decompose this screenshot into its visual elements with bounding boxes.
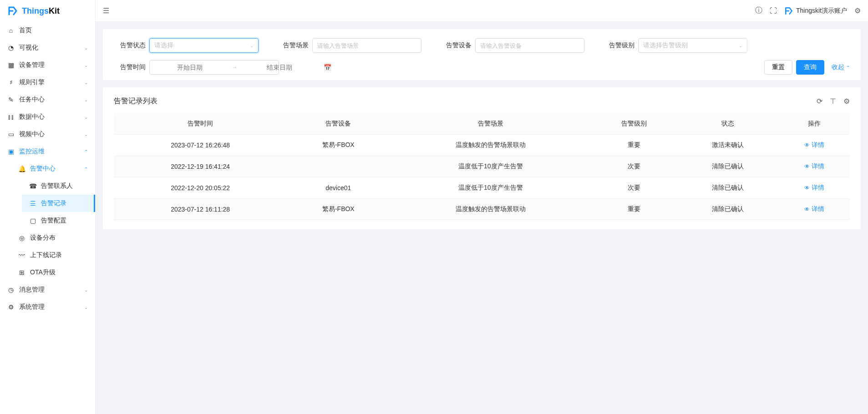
detail-link[interactable]: 👁 详情: [804, 141, 824, 149]
topbar: ☰ ⓘ ⛶ Thingskit演示账户 ⚙: [96, 0, 868, 22]
filter-level-label: 告警级别: [603, 41, 635, 50]
date-separator: →: [229, 64, 239, 71]
filter-time-label: 告警时间: [114, 63, 146, 71]
table-column-header: 状态: [677, 113, 779, 135]
table-cell: 繁易-FBOX: [287, 199, 390, 220]
table-row: 2022-12-20 20:05:22device01温度低于10度产生告警次要…: [114, 177, 850, 199]
chevron-down-icon: ⌄: [84, 45, 88, 50]
user-logo-icon: [784, 6, 793, 15]
detail-link[interactable]: 👁 详情: [804, 184, 824, 192]
filter-device-input[interactable]: [475, 38, 584, 53]
table-row: 2022-12-19 16:41:24温度低于10度产生告警次要清除已确认👁 详…: [114, 156, 850, 177]
filter-level-select[interactable]: 请选择告警级别 ⌄: [638, 38, 747, 53]
sidebar-item-visual[interactable]: ◔ 可视化 ⌄: [0, 39, 95, 56]
user-menu[interactable]: Thingskit演示账户: [784, 6, 847, 15]
detail-link[interactable]: 👁 详情: [804, 162, 824, 171]
sidebar-item-monitor[interactable]: ▣ 监控运维 ⌃: [0, 143, 95, 160]
table-cell: 清除已确认: [677, 199, 779, 220]
eye-icon: 👁: [804, 206, 810, 212]
table-column-header: 告警时间: [114, 113, 287, 135]
table-column-header: 告警设备: [287, 113, 390, 135]
bell-icon: 🔔: [18, 165, 25, 172]
settings-icon[interactable]: ⚙: [854, 6, 861, 15]
table-row: 2023-07-12 16:11:28繁易-FBOX温度触发的告警场景联动重要清…: [114, 199, 850, 220]
table-cell: 2023-07-12 16:11:28: [114, 199, 287, 220]
fullscreen-icon[interactable]: ⛶: [770, 7, 777, 15]
query-button[interactable]: 查询: [796, 60, 824, 75]
table-column-header: 告警场景: [390, 113, 591, 135]
sidebar-item-device-dist[interactable]: ◎ 设备分布: [11, 229, 95, 247]
sidebar-item-data[interactable]: ⫿⫿ 数据中心 ⌄: [0, 108, 95, 126]
reset-button[interactable]: 重置: [764, 60, 792, 75]
table-cell: 清除已确认: [677, 177, 779, 199]
sidebar-item-alarm-center[interactable]: 🔔 告警中心 ⌃: [11, 160, 95, 177]
location-icon: ◎: [18, 234, 25, 242]
chevron-down-icon: ⌄: [84, 288, 88, 293]
sidebar-item-message[interactable]: ◷ 消息管理 ⌄: [0, 281, 95, 298]
gear-icon: ⚙: [7, 303, 15, 311]
column-settings-icon[interactable]: ⚙: [843, 97, 850, 106]
chevron-down-icon: ⌄: [84, 97, 88, 102]
filter-status-select[interactable]: 请选择 ⌄: [149, 38, 259, 53]
sidebar-item-home[interactable]: ⌂ 首页: [0, 22, 95, 39]
message-icon: ◷: [7, 286, 15, 293]
table-cell: 次要: [591, 177, 677, 199]
chevron-down-icon: ⌄: [84, 115, 88, 120]
sidebar-item-alarm-contacts[interactable]: ☎ 告警联系人: [22, 177, 95, 195]
table-panel: 告警记录列表 ⟳ ⊤ ⚙ 告警时间告警设备告警场景告警级别状态操作 2023-0…: [103, 87, 861, 229]
table-cell: 重要: [591, 199, 677, 220]
calendar-icon: 📅: [319, 64, 336, 71]
table-title: 告警记录列表: [114, 96, 157, 106]
help-icon[interactable]: ⓘ: [755, 6, 762, 15]
collapse-filters-link[interactable]: 收起 ⌃: [832, 63, 850, 71]
chevron-down-icon: ⌄: [84, 132, 88, 137]
logo-text: ThingsKit: [22, 6, 60, 16]
table-cell-action: 👁 详情: [779, 156, 850, 177]
sidebar-item-rule[interactable]: ♯ 规则引擎 ⌄: [0, 74, 95, 91]
table-cell: 重要: [591, 135, 677, 156]
eye-icon: 👁: [804, 163, 810, 170]
sidebar-item-alarm-records[interactable]: ☰ 告警记录: [22, 195, 95, 212]
config-icon: ▢: [29, 217, 36, 224]
chevron-down-icon: ⌄: [84, 63, 88, 68]
monitor-icon: ▣: [7, 148, 15, 155]
sidebar-item-video[interactable]: ▭ 视频中心 ⌄: [0, 126, 95, 143]
records-icon: ☰: [29, 200, 36, 207]
start-date-input[interactable]: [150, 64, 229, 71]
chevron-up-icon: ⌃: [84, 167, 88, 172]
table-column-header: 告警级别: [591, 113, 677, 135]
logo[interactable]: ThingsKit: [0, 0, 95, 22]
chevron-down-icon: ⌄: [84, 80, 88, 85]
table-cell: 温度触发的告警场景联动: [390, 135, 591, 156]
contacts-icon: ☎: [29, 182, 36, 190]
filter-scene-label: 告警场景: [277, 41, 309, 50]
refresh-icon[interactable]: ⟳: [817, 97, 822, 106]
sidebar-item-system[interactable]: ⚙ 系统管理 ⌄: [0, 298, 95, 316]
sidebar-item-ota[interactable]: ⊞ OTA升级: [11, 264, 95, 281]
table-cell: 2022-12-20 20:05:22: [114, 177, 287, 199]
sidebar-collapse-button[interactable]: ☰: [103, 6, 109, 15]
table-cell: 温度触发的告警场景联动: [390, 199, 591, 220]
end-date-input[interactable]: [239, 64, 319, 71]
home-icon: ⌂: [7, 27, 15, 34]
density-icon[interactable]: ⊤: [830, 97, 836, 106]
alarm-table: 告警时间告警设备告警场景告警级别状态操作 2023-07-12 16:26:48…: [114, 113, 850, 220]
filter-scene-input[interactable]: [312, 38, 421, 53]
table-column-header: 操作: [779, 113, 850, 135]
filter-date-range[interactable]: → 📅: [149, 60, 279, 75]
table-cell: 温度低于10度产生告警: [390, 177, 591, 199]
table-cell: 繁易-FBOX: [287, 135, 390, 156]
table-cell: 次要: [591, 156, 677, 177]
table-cell: [287, 156, 390, 177]
detail-link[interactable]: 👁 详情: [804, 205, 824, 213]
table-row: 2023-07-12 16:26:48繁易-FBOX温度触发的告警场景联动重要激…: [114, 135, 850, 156]
ota-icon: ⊞: [18, 269, 25, 276]
dashboard-icon: ◔: [7, 44, 15, 51]
sidebar-item-online-record[interactable]: 〰 上下线记录: [11, 247, 95, 264]
sidebar-item-task[interactable]: ✎ 任务中心 ⌄: [0, 91, 95, 108]
sidebar-item-device[interactable]: ▦ 设备管理 ⌄: [0, 56, 95, 74]
sidebar-item-alarm-config[interactable]: ▢ 告警配置: [22, 212, 95, 229]
filter-status-label: 告警状态: [114, 41, 146, 50]
table-cell: 清除已确认: [677, 156, 779, 177]
table-cell: 激活未确认: [677, 135, 779, 156]
